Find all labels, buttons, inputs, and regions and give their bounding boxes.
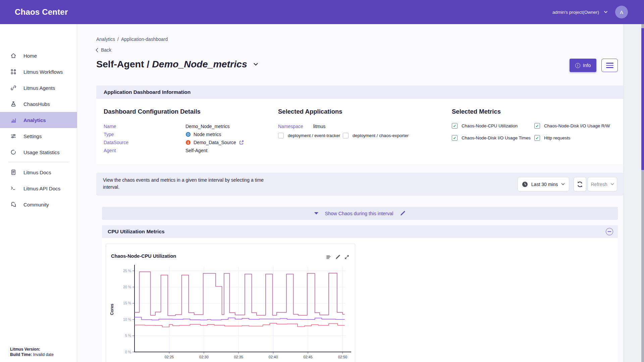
checkbox-icon <box>534 135 540 141</box>
namespace-row: Namespace litmus <box>278 124 325 129</box>
usage-statistics-icon <box>10 149 17 156</box>
build-time-value: Invalid date <box>33 352 53 357</box>
version-info: Litmus Version: Build Time: Invalid date <box>10 347 54 357</box>
config-row-agent: Agent Self-Agent <box>104 146 207 155</box>
checkbox-label: Chaos-Node-CPU Utilization <box>462 123 518 128</box>
api-docs-icon <box>10 185 17 192</box>
prometheus-icon <box>185 140 191 145</box>
svg-text:02:25: 02:25 <box>165 355 174 359</box>
checkbox-icon <box>452 135 458 141</box>
chaoshubs-icon <box>10 101 17 107</box>
sidebar-item-label: Litmus Workflows <box>23 69 63 75</box>
config-row-datasource: DataSource Demo_Data_Source <box>104 138 244 146</box>
sidebar-item-label: Litmus Docs <box>23 170 51 175</box>
time-range-select[interactable]: Last 30 mins <box>518 177 569 191</box>
refresh-select[interactable]: Refresh <box>588 177 617 191</box>
metric-checkbox-cpu-utilization[interactable]: Chaos-Node-CPU Utilization <box>452 123 518 129</box>
refresh-icon-button[interactable] <box>574 177 586 191</box>
sidebar-item-community[interactable]: Community <box>0 196 77 213</box>
application-checkbox-event-tracker[interactable]: deployment / event-tracker <box>278 133 340 138</box>
sidebar-item-litmus-docs[interactable]: Litmus Docs <box>0 164 77 180</box>
sidebar-item-label: Litmus API Docs <box>23 186 60 191</box>
chevron-down-icon <box>561 183 565 185</box>
scrollbar-thumb[interactable] <box>641 28 644 170</box>
sidebar-item-litmus-workflows[interactable]: Litmus Workflows <box>0 64 77 80</box>
sidebar-item-home[interactable]: Home <box>0 48 77 64</box>
selected-metrics-title: Selected Metrics <box>452 108 501 115</box>
namespace-value: litmus <box>313 124 326 129</box>
project-label: admin's project(Owner) <box>552 10 599 15</box>
dashboard-info-panel-header: Application Dashboard Information <box>96 85 623 99</box>
svg-text:10 %: 10 % <box>123 317 131 321</box>
cpu-metrics-section-header: CPU Utilization Metrics <box>102 225 618 238</box>
back-label: Back <box>101 47 111 53</box>
checkbox-label: Chaos-Node-Disk I/O Usage R/W <box>544 123 610 128</box>
info-icon: i <box>575 63 580 68</box>
sidebar-item-chaoshubs[interactable]: ChaosHubs <box>0 96 77 112</box>
litmus-version-label: Litmus Version: <box>10 347 40 352</box>
checkbox-label: Chaos-Node-Disk I/O Usage Times <box>462 135 531 140</box>
metric-checkbox-disk-io-times[interactable]: Chaos-Node-Disk I/O Usage Times <box>452 135 531 141</box>
title-chevron-down-icon[interactable] <box>253 63 258 66</box>
config-value: Node metrics <box>194 132 221 137</box>
info-button[interactable]: i Info <box>570 59 596 72</box>
right-margin <box>623 24 644 362</box>
metric-checkbox-disk-io-rw[interactable]: Chaos-Node-Disk I/O Usage R/W <box>534 123 610 129</box>
project-selector[interactable]: admin's project(Owner) <box>552 10 608 15</box>
clock-icon <box>522 181 528 187</box>
avatar-initial: A <box>620 9 623 15</box>
breadcrumb-separator: / <box>117 37 119 42</box>
community-icon <box>10 201 17 208</box>
back-button[interactable]: Back <box>96 47 111 53</box>
title-agent: Self-Agent <box>96 59 144 69</box>
checkbox-icon <box>343 133 348 138</box>
config-label: Agent <box>104 148 185 153</box>
cpu-utilization-chart: 0 %5 %10 %15 %20 %25 %02:2502:3002:3502:… <box>106 244 355 362</box>
svg-text:15 %: 15 % <box>123 301 131 305</box>
sidebar-item-label: Settings <box>23 133 42 139</box>
dashboard-title-row: Self-Agent / Demo_Node_metrics <box>96 59 258 70</box>
sidebar: Home Litmus Workflows Litmus Agents Chao… <box>0 24 77 362</box>
cpu-metrics-section-body: Chaos-Node-CPU Utilization 0 %5 %10 %15 … <box>102 238 618 362</box>
svg-text:02:40: 02:40 <box>269 355 278 359</box>
page-title: Self-Agent / Demo_Node_metrics <box>96 59 247 70</box>
node-metrics-icon <box>185 132 191 137</box>
sidebar-item-label: ChaosHubs <box>23 101 50 107</box>
checkbox-label: deployment / chaos-exporter <box>353 133 409 138</box>
config-row-type: Type Node metrics <box>104 130 221 138</box>
sidebar-item-usage-statistics[interactable]: Usage Statistics <box>0 144 77 160</box>
show-chaos-toggle[interactable]: Show Chaos during this interval <box>102 207 618 220</box>
checkbox-label: deployment / event-tracker <box>288 133 340 138</box>
svg-text:02:45: 02:45 <box>303 355 313 359</box>
info-button-label: Info <box>583 63 591 68</box>
refresh-icon <box>576 181 584 188</box>
docs-icon <box>10 169 17 176</box>
avatar[interactable]: A <box>615 6 628 18</box>
sidebar-item-label: Litmus Agents <box>23 85 55 91</box>
config-label: Type <box>104 132 185 137</box>
title-separator: / <box>147 59 149 69</box>
top-header: Chaos Center admin's project(Owner) A <box>0 0 644 24</box>
config-label: DataSource <box>104 140 185 145</box>
config-value: Self-Agent <box>185 148 207 153</box>
checkbox-label: Http requests <box>544 135 570 140</box>
sidebar-item-settings[interactable]: Settings <box>0 128 77 144</box>
metric-checkbox-http-requests[interactable]: Http requests <box>534 135 570 141</box>
edit-pencil-icon[interactable] <box>400 210 406 216</box>
external-link-icon[interactable] <box>239 140 244 145</box>
menu-button[interactable] <box>601 59 618 72</box>
application-checkbox-chaos-exporter[interactable]: deployment / chaos-exporter <box>343 133 409 138</box>
section-title: CPU Utilization Metrics <box>108 229 165 235</box>
collapse-section-button[interactable] <box>606 228 613 235</box>
sidebar-item-litmus-agents[interactable]: Litmus Agents <box>0 80 77 96</box>
sidebar-item-label: Usage Statistics <box>23 149 60 155</box>
sidebar-item-analytics[interactable]: Analytics <box>0 112 77 128</box>
build-time-label: Build Time: <box>10 352 32 357</box>
sidebar-item-litmus-api-docs[interactable]: Litmus API Docs <box>0 180 77 196</box>
config-value: Demo_Data_Source <box>194 140 236 145</box>
config-value: Demo_Node_metrics <box>185 124 230 129</box>
namespace-label: Namespace <box>278 124 303 129</box>
svg-text:02:30: 02:30 <box>199 355 209 359</box>
breadcrumb-analytics[interactable]: Analytics <box>96 37 115 42</box>
svg-text:02:35: 02:35 <box>234 355 243 359</box>
